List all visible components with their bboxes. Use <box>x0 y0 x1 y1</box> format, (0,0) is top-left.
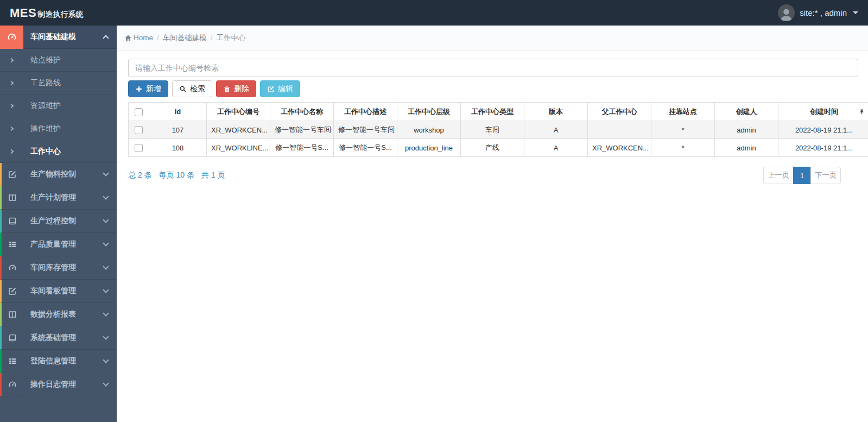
search-button[interactable]: 检索 <box>172 80 212 97</box>
top-navbar: MES 制造执行系统 site:* , admin <box>0 0 868 26</box>
sidebar-item-label: 登陆信息管理 <box>23 356 104 366</box>
sidebar-item-analysis-report[interactable]: 数据分析报表 <box>0 303 117 326</box>
row-checkbox[interactable] <box>135 144 143 152</box>
cell-station: * <box>651 121 715 139</box>
list-icon <box>2 233 23 256</box>
delete-button[interactable]: 删除 <box>216 80 256 97</box>
search-input[interactable] <box>128 59 858 77</box>
cell-id: 108 <box>149 139 207 157</box>
sidebar-item-material-control[interactable]: 生产物料控制 <box>0 163 117 186</box>
add-button[interactable]: 新增 <box>128 80 168 97</box>
cell-description: 修一智能一号S... <box>334 139 397 157</box>
cell-id: 107 <box>149 121 207 139</box>
column-header-station: 挂靠站点 <box>651 103 715 121</box>
pagination-controls: 上一页 1 下一页 <box>763 167 841 184</box>
gauge-icon <box>2 373 23 396</box>
sidebar-item-inventory-management[interactable]: 车间库存管理 <box>0 256 117 280</box>
cell-creator: admin <box>715 139 778 157</box>
sidebar-item-process-route[interactable]: 工艺路线 <box>0 72 117 95</box>
cell-parent: XR_WORKCEN... <box>588 139 651 157</box>
sidebar-item-label: 工艺路线 <box>23 78 117 88</box>
prev-page-button[interactable]: 上一页 <box>763 167 794 184</box>
sidebar-item-operation-maintenance[interactable]: 操作维护 <box>0 117 117 140</box>
cell-level: workshop <box>397 121 461 139</box>
sidebar-group-workshop-modeling[interactable]: 车间基础建模 <box>0 26 117 49</box>
select-all-checkbox[interactable] <box>135 108 143 116</box>
breadcrumb-current: 工作中心 <box>217 33 246 43</box>
cell-description: 修一智能一号车间 <box>334 121 397 139</box>
pagination-summary: 总 2 条 每页 10 条 共 1 页 <box>128 171 225 180</box>
chevron-down-icon <box>103 380 109 386</box>
sidebar-group-label: 车间基础建模 <box>23 32 104 42</box>
table-header-row: id 工作中心编号 工作中心名称 工作中心描述 工作中心层级 工作中心类型 版本… <box>129 103 868 121</box>
sidebar-item-operation-log-management[interactable]: 操作日志管理 <box>0 373 117 396</box>
column-header-code: 工作中心编号 <box>207 103 270 121</box>
sidebar-item-system-management[interactable]: 系统基础管理 <box>0 326 117 350</box>
sidebar-item-process-control[interactable]: 生产过程控制 <box>0 210 117 233</box>
next-page-button[interactable]: 下一页 <box>810 167 841 184</box>
chevron-right-icon <box>0 72 23 95</box>
book-icon <box>2 210 23 233</box>
chevron-down-icon <box>103 263 109 269</box>
row-checkbox[interactable] <box>135 126 143 134</box>
cell-creator: admin <box>715 121 778 139</box>
sidebar-item-label: 操作维护 <box>23 124 117 134</box>
chevron-right-icon <box>0 117 23 140</box>
cell-name: 修一智能一号S... <box>270 139 334 157</box>
cell-type: 车间 <box>461 121 524 139</box>
cell-version: A <box>524 121 588 139</box>
cell-station: * <box>651 139 715 157</box>
pagination-page-count: 共 1 页 <box>201 171 225 180</box>
sidebar-item-label: 资源维护 <box>23 101 117 111</box>
caret-down-icon <box>853 11 858 14</box>
edit-button[interactable]: 编辑 <box>260 80 300 97</box>
sidebar-item-label: 操作日志管理 <box>23 380 104 389</box>
breadcrumb-section-link[interactable]: 车间基础建模 <box>163 33 207 43</box>
cell-code: XR_WORKCEN... <box>207 121 270 139</box>
sidebar-item-label: 生产计划管理 <box>23 193 104 203</box>
brand-primary-text: MES <box>10 6 36 20</box>
edit-button-label: 编辑 <box>278 84 293 94</box>
table-row: 108 XR_WORKLINE... 修一智能一号S... 修一智能一号S...… <box>129 139 868 157</box>
column-header-description: 工作中心描述 <box>334 103 397 121</box>
sidebar-item-work-center-active[interactable]: 工作中心 <box>0 140 117 163</box>
search-icon <box>179 85 187 93</box>
breadcrumb-separator: / <box>157 34 159 42</box>
pencil-square-icon <box>2 280 23 303</box>
row-select-cell <box>129 139 149 157</box>
row-select-cell <box>129 121 149 139</box>
chevron-down-icon <box>103 310 109 316</box>
pencil-square-icon <box>2 163 23 186</box>
page-1-button[interactable]: 1 <box>793 167 811 184</box>
sidebar-nav: 车间基础建模 站点维护 工艺路线 资源维护 操作维护 工作中心 生产物料控 <box>0 26 117 422</box>
column-header-creator: 创建人 <box>715 103 778 121</box>
chevron-down-icon <box>103 217 109 223</box>
breadcrumb: Home / 车间基础建模 / 工作中心 <box>117 26 868 51</box>
sidebar-item-resource-maintenance[interactable]: 资源维护 <box>0 95 117 117</box>
table-row: 107 XR_WORKCEN... 修一智能一号车间 修一智能一号车间 work… <box>129 121 868 139</box>
sidebar-item-label: 车间库存管理 <box>23 263 104 273</box>
breadcrumb-home-label: Home <box>134 34 153 42</box>
sidebar-item-login-info-management[interactable]: 登陆信息管理 <box>0 350 117 373</box>
toolbar: 新增 检索 删除 编辑 <box>128 80 868 97</box>
plus-icon <box>135 85 143 93</box>
cell-version: A <box>524 139 588 157</box>
columns-icon <box>2 186 23 210</box>
search-button-label: 检索 <box>190 84 205 94</box>
sidebar-item-plan-management[interactable]: 生产计划管理 <box>0 186 117 210</box>
column-header-version: 版本 <box>524 103 588 121</box>
sidebar-item-quality-management[interactable]: 产品质量管理 <box>0 233 117 256</box>
cell-created-time: 2022-08-19 21:1... <box>778 121 868 139</box>
delete-button-label: 删除 <box>234 84 249 94</box>
sidebar-item-kanban-management[interactable]: 车间看板管理 <box>0 280 117 303</box>
pin-column-icon[interactable] <box>859 109 865 115</box>
cell-code: XR_WORKLINE... <box>207 139 270 157</box>
user-menu[interactable]: site:* , admin <box>778 4 858 21</box>
sidebar-item-station-maintenance[interactable]: 站点维护 <box>0 49 117 72</box>
edit-icon <box>267 85 275 93</box>
chevron-up-icon <box>103 35 109 41</box>
breadcrumb-separator: / <box>211 34 213 42</box>
breadcrumb-home-link[interactable]: Home <box>124 34 153 42</box>
column-header-name: 工作中心名称 <box>270 103 334 121</box>
sidebar-item-label: 工作中心 <box>23 147 117 156</box>
